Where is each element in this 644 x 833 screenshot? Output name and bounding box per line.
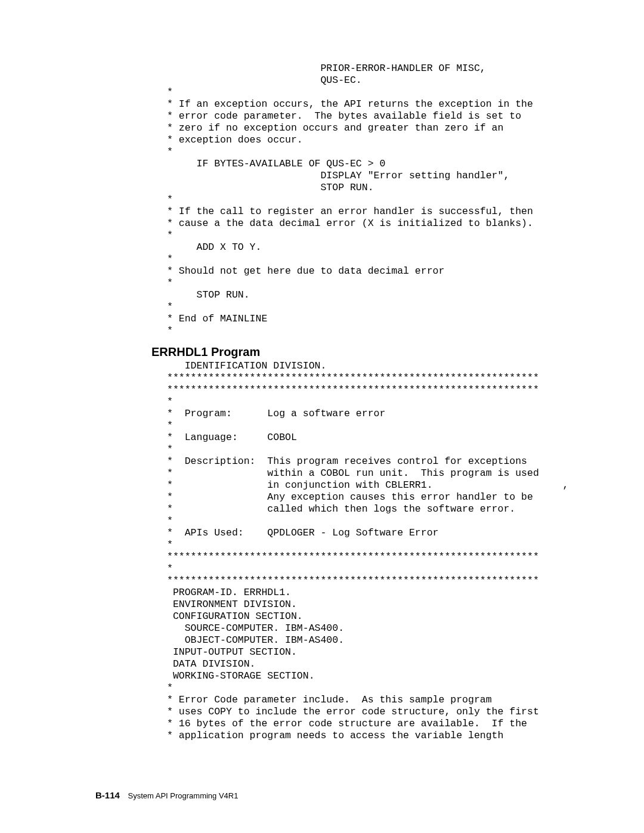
document-page: PRIOR-ERROR-HANDLER OF MISC, QUS-EC. * *… xyxy=(0,0,644,833)
footer-title: System API Programming V4R1 xyxy=(128,791,238,800)
page-number: B-114 xyxy=(95,790,120,800)
section-heading-errhdl1: ERRHDL1 Program xyxy=(151,345,644,359)
code-block-top: PRIOR-ERROR-HANDLER OF MISC, QUS-EC. * *… xyxy=(167,63,644,337)
page-footer: B-114 System API Programming V4R1 xyxy=(95,790,238,800)
code-block-errhdl1: IDENTIFICATION DIVISION. ***************… xyxy=(167,360,644,742)
